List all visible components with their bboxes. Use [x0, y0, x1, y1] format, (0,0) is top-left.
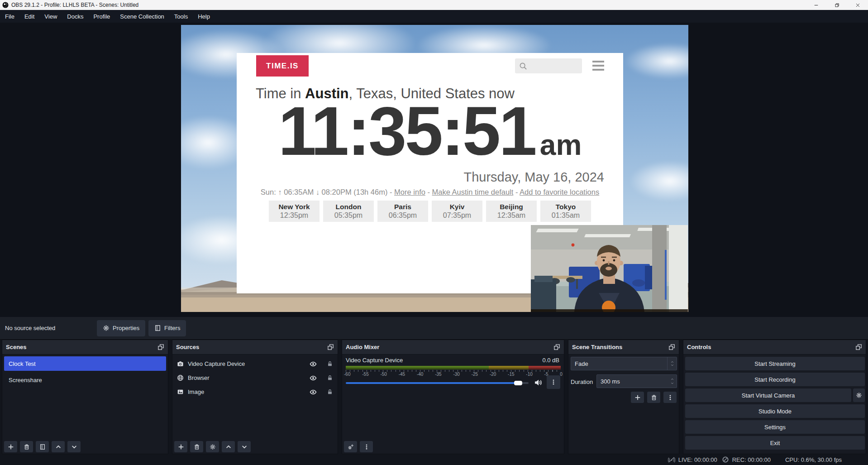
- sources-title: Sources: [176, 344, 199, 350]
- menu-item[interactable]: View: [39, 10, 62, 23]
- rec-status: REC: 00:00:00: [722, 456, 771, 463]
- mixer-channel-menu-button[interactable]: [547, 375, 560, 389]
- menu-item[interactable]: File: [0, 10, 19, 23]
- close-button[interactable]: [847, 0, 868, 10]
- timeis-city-strip: New York 12:35pm London 05:35pm Paris 06…: [237, 201, 623, 222]
- image-icon: [177, 388, 184, 395]
- webcam-overlay[interactable]: [531, 225, 688, 312]
- chevron-up-icon: [670, 378, 674, 381]
- camera-icon: [177, 360, 184, 367]
- city-time-box[interactable]: Tokyo 01:35am: [540, 201, 591, 222]
- source-move-down-button[interactable]: [238, 441, 251, 452]
- volume-slider[interactable]: [346, 380, 529, 386]
- mixer-channel-name: Video Capture Device: [346, 357, 403, 364]
- lock-icon[interactable]: [327, 360, 333, 367]
- source-item[interactable]: Video Capture Device: [172, 357, 338, 371]
- transition-menu-button[interactable]: [663, 392, 677, 403]
- remove-transition-button[interactable]: [647, 392, 660, 403]
- transition-select[interactable]: Fade: [571, 357, 677, 370]
- chevron-down-icon: [241, 444, 248, 450]
- advanced-audio-button[interactable]: [344, 441, 357, 452]
- restore-button[interactable]: [826, 0, 847, 10]
- control-button[interactable]: Start Streaming: [685, 357, 865, 370]
- kebab-icon: [667, 394, 673, 401]
- popout-icon[interactable]: [327, 344, 334, 350]
- city-name: Paris: [394, 202, 411, 211]
- remove-source-button[interactable]: [190, 441, 203, 452]
- remove-scene-button[interactable]: [20, 441, 33, 452]
- city-time-box[interactable]: New York 12:35pm: [269, 201, 320, 222]
- speaker-icon[interactable]: [534, 379, 542, 387]
- volume-slider-handle[interactable]: [514, 381, 522, 385]
- restore-icon: [835, 3, 839, 8]
- meter-tick-label: -30: [453, 372, 459, 377]
- city-time-box[interactable]: Paris 06:35pm: [377, 201, 428, 222]
- timeis-logo[interactable]: TIME.IS: [256, 55, 309, 77]
- popout-icon[interactable]: [668, 344, 675, 350]
- timeis-link[interactable]: More info: [394, 188, 425, 196]
- popout-icon[interactable]: [553, 344, 560, 350]
- source-move-up-button[interactable]: [222, 441, 235, 452]
- menu-item[interactable]: Help: [193, 10, 215, 23]
- control-button[interactable]: Exit: [685, 436, 865, 450]
- add-scene-button[interactable]: [4, 441, 17, 452]
- virtual-camera-config-button[interactable]: [853, 388, 865, 402]
- scene-move-up-button[interactable]: [52, 441, 65, 452]
- meter-tick-label: -20: [490, 372, 496, 377]
- eye-icon[interactable]: [310, 388, 317, 396]
- minimize-button[interactable]: [806, 0, 826, 10]
- control-button[interactable]: Settings: [685, 420, 865, 434]
- timeis-link[interactable]: Add to favorite locations: [520, 188, 599, 196]
- menu-item[interactable]: Docks: [62, 10, 88, 23]
- timeis-link[interactable]: Make Austin time default: [432, 188, 514, 196]
- scene-move-down-button[interactable]: [67, 441, 81, 452]
- add-transition-button[interactable]: [631, 392, 644, 403]
- eye-icon[interactable]: [310, 360, 317, 368]
- meter-tick-label: -55: [362, 372, 368, 377]
- properties-button[interactable]: Properties: [97, 320, 145, 336]
- city-time: 06:35pm: [389, 211, 417, 220]
- meter-tick-label: -50: [380, 372, 386, 377]
- meter-tick-label: -25: [472, 372, 478, 377]
- mixer-menu-button[interactable]: [360, 441, 373, 452]
- audio-mixer-title: Audio Mixer: [346, 344, 379, 350]
- source-label: Video Capture Device: [188, 360, 305, 367]
- city-time-box[interactable]: Beijing 12:35am: [486, 201, 537, 222]
- control-button[interactable]: Start Recording: [685, 373, 865, 386]
- meter-tick-label: -15: [508, 372, 514, 377]
- chevron-down-icon: [670, 382, 674, 385]
- source-properties-button[interactable]: [206, 441, 219, 452]
- obs-window: OBS 29.1.2 - Profile: LLHLS BETA - Scene…: [0, 0, 868, 465]
- hamburger-menu-icon[interactable]: [592, 61, 604, 71]
- meter-tick-label: -40: [417, 372, 423, 377]
- scene-filters-button[interactable]: [36, 441, 49, 452]
- audio-mixer-header: Audio Mixer: [342, 340, 564, 355]
- menu-item[interactable]: Profile: [88, 10, 115, 23]
- filters-button[interactable]: Filters: [148, 320, 186, 336]
- menu-item[interactable]: Scene Collection: [115, 10, 169, 23]
- control-button[interactable]: Start Virtual Camera: [685, 388, 851, 402]
- popout-icon[interactable]: [855, 344, 862, 350]
- lock-icon[interactable]: [327, 388, 333, 395]
- source-item[interactable]: Browser: [172, 371, 338, 385]
- transition-select-spinner[interactable]: [667, 357, 677, 370]
- eye-icon[interactable]: [310, 374, 317, 382]
- lock-icon[interactable]: [327, 374, 333, 381]
- city-time-box[interactable]: Kyiv 07:35pm: [432, 201, 482, 222]
- program-canvas[interactable]: TIME.IS Time in Austin, Texas, United St…: [181, 25, 688, 312]
- duration-spinner[interactable]: [668, 375, 677, 388]
- menu-item[interactable]: Edit: [19, 10, 39, 23]
- add-source-button[interactable]: [174, 441, 187, 452]
- city-time-box[interactable]: London 05:35pm: [323, 201, 374, 222]
- control-button[interactable]: Studio Mode: [685, 404, 865, 418]
- scene-item[interactable]: Screenshare: [4, 373, 166, 387]
- menu-bar: FileEditViewDocksProfileScene Collection…: [0, 10, 868, 23]
- timeis-search-box[interactable]: [515, 58, 582, 73]
- menu-item[interactable]: Tools: [169, 10, 193, 23]
- duration-spinbox[interactable]: 300 ms: [596, 374, 677, 388]
- filter-icon: [39, 444, 46, 450]
- clock-meridiem: am: [540, 128, 582, 162]
- popout-icon[interactable]: [157, 344, 164, 350]
- source-item[interactable]: Image: [172, 385, 338, 399]
- scene-item[interactable]: Clock Test: [4, 356, 166, 371]
